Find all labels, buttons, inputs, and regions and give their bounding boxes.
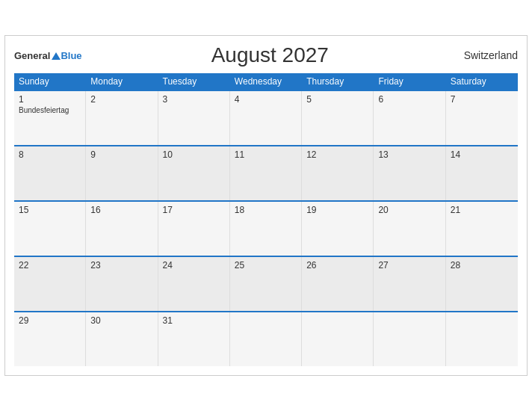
week-row-2: 891011121314 — [14, 145, 518, 200]
day-number: 29 — [19, 315, 81, 326]
day-number: 16 — [90, 205, 152, 215]
day-cell — [302, 312, 374, 366]
day-number: 13 — [378, 149, 440, 160]
day-number: 19 — [306, 205, 368, 215]
day-cell: 9 — [86, 146, 158, 200]
weeks-container: 1Bundesfeiertag2345678910111213141516171… — [14, 90, 518, 366]
day-cell — [374, 312, 445, 366]
day-number: 8 — [19, 149, 81, 160]
day-number: 3 — [163, 94, 225, 105]
month-title: August 2027 — [82, 43, 458, 67]
country-label: Switzerland — [458, 49, 518, 61]
logo-general-text: General — [14, 51, 50, 61]
week-row-5: 293031 — [14, 311, 518, 366]
day-header-monday: Monday — [86, 73, 158, 90]
day-number: 27 — [378, 260, 440, 271]
day-cell: 1Bundesfeiertag — [14, 91, 86, 145]
day-cell: 27 — [374, 257, 445, 311]
day-cell: 8 — [14, 146, 86, 200]
day-cell: 24 — [158, 257, 230, 311]
week-row-3: 15161718192021 — [14, 200, 518, 256]
day-cell: 26 — [302, 257, 374, 311]
day-header-wednesday: Wednesday — [230, 73, 302, 90]
day-number: 28 — [451, 260, 513, 271]
logo-triangle-icon — [52, 52, 61, 60]
day-number: 6 — [378, 94, 440, 105]
day-number: 14 — [451, 149, 513, 160]
logo: General Blue — [14, 51, 82, 61]
day-number: 2 — [90, 94, 152, 105]
day-cell: 20 — [374, 202, 445, 256]
day-number: 26 — [306, 260, 368, 271]
day-cell: 28 — [446, 257, 518, 311]
day-headers-row: SundayMondayTuesdayWednesdayThursdayFrid… — [14, 73, 518, 90]
day-number: 5 — [306, 94, 368, 105]
day-cell: 12 — [302, 146, 374, 200]
day-number: 23 — [90, 260, 152, 271]
week-row-4: 22232425262728 — [14, 256, 518, 311]
day-number: 4 — [235, 94, 297, 105]
day-header-saturday: Saturday — [446, 73, 518, 90]
day-number: 25 — [235, 260, 297, 271]
day-cell: 18 — [230, 202, 302, 256]
day-number: 31 — [163, 315, 225, 326]
day-number: 12 — [306, 149, 368, 160]
day-cell: 10 — [158, 146, 230, 200]
day-cell: 15 — [14, 202, 86, 256]
day-number: 17 — [163, 205, 225, 215]
day-number: 10 — [163, 149, 225, 160]
day-cell: 2 — [86, 91, 158, 145]
day-cell: 3 — [158, 91, 230, 145]
day-number: 24 — [163, 260, 225, 271]
calendar: General Blue August 2027 Switzerland Sun… — [4, 35, 528, 376]
day-cell: 11 — [230, 146, 302, 200]
day-cell: 19 — [302, 202, 374, 256]
day-cell: 13 — [374, 146, 445, 200]
day-number: 18 — [235, 205, 297, 215]
day-cell: 6 — [374, 91, 445, 145]
day-cell: 4 — [230, 91, 302, 145]
day-number: 22 — [19, 260, 81, 271]
day-number: 21 — [451, 205, 513, 215]
week-row-1: 1Bundesfeiertag234567 — [14, 90, 518, 145]
day-cell: 25 — [230, 257, 302, 311]
day-cell: 22 — [14, 257, 86, 311]
day-number: 9 — [90, 149, 152, 160]
day-cell: 21 — [446, 202, 518, 256]
day-number: 1 — [19, 94, 81, 105]
day-cell: 14 — [446, 146, 518, 200]
day-cell: 29 — [14, 312, 86, 366]
day-header-friday: Friday — [374, 73, 445, 90]
day-cell: 7 — [446, 91, 518, 145]
day-cell: 16 — [86, 202, 158, 256]
day-cell: 17 — [158, 202, 230, 256]
day-cell: 5 — [302, 91, 374, 145]
day-number: 20 — [378, 205, 440, 215]
day-header-sunday: Sunday — [14, 73, 86, 90]
day-number: 7 — [451, 94, 513, 105]
day-cell: 31 — [158, 312, 230, 366]
day-number: 30 — [90, 315, 152, 326]
calendar-header: General Blue August 2027 Switzerland — [14, 43, 518, 67]
day-number: 15 — [19, 205, 81, 215]
day-cell — [446, 312, 518, 366]
day-header-tuesday: Tuesday — [158, 73, 230, 90]
logo-blue-text: Blue — [61, 51, 81, 61]
day-cell: 23 — [86, 257, 158, 311]
holiday-label: Bundesfeiertag — [19, 106, 69, 114]
day-header-thursday: Thursday — [302, 73, 374, 90]
day-cell: 30 — [86, 312, 158, 366]
day-cell — [230, 312, 302, 366]
day-number: 11 — [235, 149, 297, 160]
